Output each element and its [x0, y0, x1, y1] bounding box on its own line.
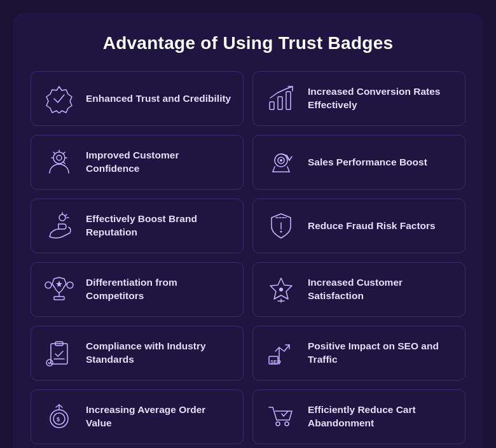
item-customer-satisfaction: Increased Customer Satisfaction	[252, 262, 465, 317]
average-order-label: Increasing Average Order Value	[86, 403, 231, 430]
increased-conversion-label: Increased Conversion Rates Effectively	[308, 85, 453, 112]
sales-performance-icon	[265, 146, 298, 179]
svg-marker-0	[46, 87, 72, 113]
item-seo-traffic: SEO Positive Impact on SEO and Traffic	[252, 326, 465, 381]
svg-line-9	[64, 162, 65, 164]
svg-point-43	[276, 422, 280, 426]
svg-rect-2	[278, 97, 282, 109]
svg-point-27	[67, 282, 73, 288]
item-average-order: $ Increasing Average Order Value	[31, 389, 244, 444]
svg-point-26	[45, 282, 52, 288]
item-compliance: Compliance with Industry Standards	[31, 326, 244, 381]
svg-rect-25	[54, 297, 64, 300]
svg-line-7	[64, 152, 65, 153]
differentiation-icon	[43, 273, 76, 306]
item-increased-conversion: Increased Conversion Rates Effectively	[252, 71, 465, 126]
page-title: Advantage of Using Trust Badges	[31, 33, 465, 53]
svg-point-30	[279, 288, 283, 291]
svg-point-22	[280, 231, 282, 233]
item-reduce-fraud: Reduce Fraud Risk Factors	[252, 199, 465, 253]
item-improved-confidence: Improved Customer Confidence	[31, 135, 244, 190]
reduce-fraud-icon	[265, 209, 298, 242]
svg-point-16	[59, 214, 65, 221]
customer-satisfaction-label: Increased Customer Satisfaction	[308, 276, 453, 303]
customer-satisfaction-icon	[265, 273, 298, 306]
sales-performance-label: Sales Performance Boost	[308, 156, 427, 169]
item-enhanced-trust: Enhanced Trust and Credibility	[31, 71, 244, 126]
svg-line-18	[65, 214, 67, 216]
svg-point-44	[285, 422, 289, 426]
reduce-fraud-label: Reduce Fraud Risk Factors	[308, 220, 436, 233]
item-boost-brand: Effectively Boost Brand Reputation	[31, 199, 244, 253]
average-order-icon: $	[43, 400, 76, 433]
compliance-label: Compliance with Industry Standards	[86, 340, 231, 367]
boost-brand-label: Effectively Boost Brand Reputation	[86, 213, 231, 239]
svg-point-5	[57, 155, 62, 160]
item-differentiation: Differentiation from Competitors	[31, 262, 244, 317]
differentiation-label: Differentiation from Competitors	[86, 276, 231, 303]
svg-rect-3	[286, 92, 291, 109]
increased-conversion-icon	[265, 82, 298, 115]
svg-rect-33	[51, 344, 67, 364]
enhanced-trust-label: Enhanced Trust and Credibility	[86, 92, 231, 106]
item-cart-abandonment: Efficiently Reduce Cart Abandonment	[252, 389, 465, 444]
improved-confidence-icon	[43, 146, 76, 179]
seo-traffic-icon: SEO	[265, 337, 298, 370]
improved-confidence-label: Improved Customer Confidence	[86, 149, 231, 176]
boost-brand-icon	[43, 209, 76, 242]
svg-line-10	[53, 152, 55, 153]
svg-point-15	[280, 159, 282, 162]
svg-point-4	[53, 152, 65, 164]
compliance-icon	[43, 337, 76, 370]
svg-text:$: $	[57, 416, 60, 423]
svg-marker-28	[56, 281, 62, 287]
main-card: Advantage of Using Trust Badges Enhanced…	[13, 13, 483, 448]
item-sales-performance: Sales Performance Boost	[252, 135, 465, 190]
svg-rect-1	[270, 102, 274, 109]
cart-abandonment-icon	[265, 400, 298, 433]
cart-abandonment-label: Efficiently Reduce Cart Abandonment	[308, 403, 453, 430]
seo-traffic-label: Positive Impact on SEO and Traffic	[308, 340, 453, 367]
enhanced-trust-icon	[43, 82, 76, 115]
items-grid: Enhanced Trust and Credibility Increased…	[31, 71, 465, 444]
